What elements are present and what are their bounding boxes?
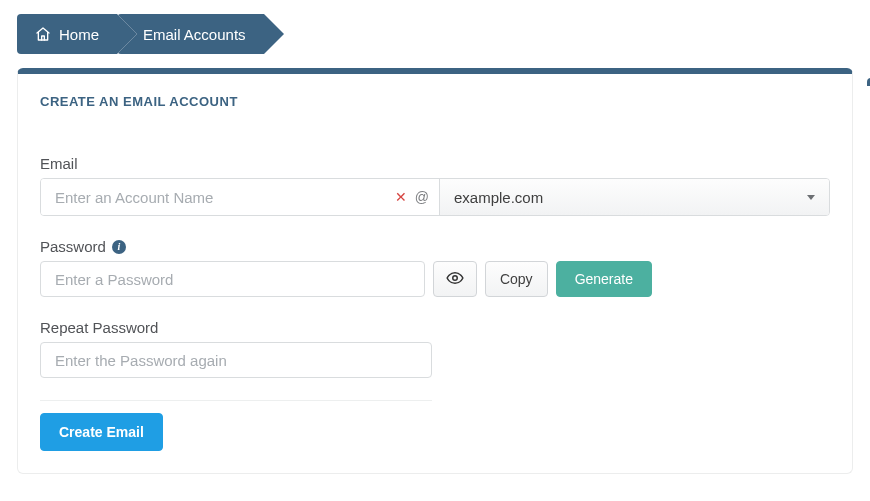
email-label: Email	[40, 155, 830, 172]
password-label-text: Password	[40, 238, 106, 255]
svg-point-0	[453, 275, 458, 280]
create-email-panel: CREATE AN EMAIL ACCOUNT Email ✕ @ exampl…	[17, 68, 853, 474]
info-icon[interactable]: i	[112, 240, 126, 254]
email-input-icons: ✕ @	[385, 179, 439, 215]
at-icon: @	[415, 189, 429, 205]
create-email-button[interactable]: Create Email	[40, 413, 163, 451]
copy-button[interactable]: Copy	[485, 261, 548, 297]
email-row: ✕ @ example.com	[40, 178, 830, 216]
breadcrumb-home-label: Home	[59, 26, 99, 43]
breadcrumb: Home Email Accounts	[0, 0, 870, 68]
chevron-down-icon	[807, 195, 815, 200]
email-account-input[interactable]	[41, 179, 385, 215]
breadcrumb-current-label: Email Accounts	[143, 26, 246, 43]
domain-select[interactable]: example.com	[439, 179, 829, 215]
breadcrumb-home[interactable]: Home	[17, 14, 117, 54]
panel-title: CREATE AN EMAIL ACCOUNT	[40, 94, 830, 109]
clear-icon[interactable]: ✕	[395, 189, 407, 205]
divider	[40, 400, 432, 401]
eye-icon	[446, 269, 464, 290]
password-label: Password i	[40, 238, 830, 255]
breadcrumb-current[interactable]: Email Accounts	[117, 14, 264, 54]
generate-button[interactable]: Generate	[556, 261, 652, 297]
repeat-password-label: Repeat Password	[40, 319, 432, 336]
password-input[interactable]	[40, 261, 425, 297]
repeat-password-input[interactable]	[40, 342, 432, 378]
domain-selected-value: example.com	[454, 189, 543, 206]
home-icon	[35, 26, 51, 42]
password-row: Copy Generate	[40, 261, 652, 297]
toggle-visibility-button[interactable]	[433, 261, 477, 297]
